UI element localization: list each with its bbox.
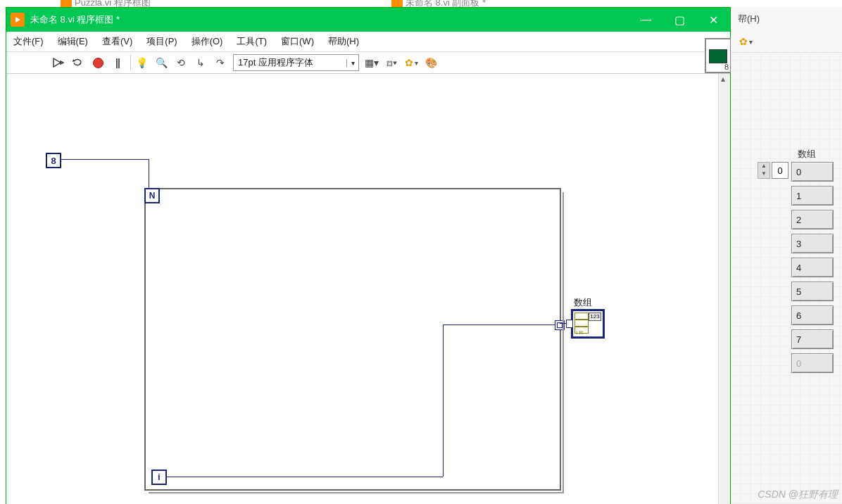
highlight-execution-button[interactable]: 💡 <box>130 54 150 71</box>
array-cell-empty[interactable]: 0 <box>791 353 834 373</box>
array-cell[interactable]: 3 <box>791 234 834 253</box>
front-panel-canvas[interactable]: 数组 ▲▼ 0 0 1 2 3 4 5 6 7 0 <box>731 52 842 504</box>
array-indicator-terminal[interactable]: 123 I R <box>571 309 605 339</box>
menu-edit[interactable]: 编辑(E) <box>51 32 95 51</box>
array-indicator-label: 数组 <box>574 296 592 309</box>
close-button[interactable]: ✕ <box>696 8 730 32</box>
array-cell[interactable]: 2 <box>791 210 834 229</box>
block-diagram-canvas[interactable]: 8 N i 数组 <box>6 74 719 504</box>
index-spinner[interactable]: ▲▼ <box>758 162 770 179</box>
vi-icon-connector[interactable]: 8 <box>705 38 731 73</box>
array-row-icon <box>574 313 589 320</box>
loop-iteration-terminal[interactable]: i <box>151 470 167 485</box>
chevron-down-icon: ▾ <box>346 59 358 67</box>
font-selector-label: 17pt 应用程序字体 <box>234 56 346 69</box>
reorder-button[interactable]: ✿▾ <box>739 36 753 47</box>
menu-project[interactable]: 项目(P) <box>139 32 184 51</box>
menu-tools[interactable]: 工具(T) <box>230 32 274 51</box>
array-element-preview: 123 <box>589 313 601 321</box>
loop-count-terminal[interactable]: N <box>144 188 160 203</box>
wire <box>443 325 444 477</box>
watermark: CSDN @狂野有理 <box>758 489 838 501</box>
step-out-button[interactable]: ↷ <box>212 54 229 71</box>
vi-slot-number: 8 <box>724 63 729 71</box>
minimize-button[interactable]: — <box>629 8 662 32</box>
front-panel-window: 帮(H) ✿▾ 数组 ▲▼ 0 0 1 2 3 4 5 6 7 0 <box>731 7 842 504</box>
wire <box>165 477 443 477</box>
array-cell[interactable]: 0 <box>791 162 834 182</box>
font-selector[interactable]: 17pt 应用程序字体 ▾ <box>233 54 359 71</box>
array-cell[interactable]: 7 <box>791 329 834 349</box>
indicator-input-terminal[interactable] <box>566 320 573 328</box>
maximize-button[interactable]: ▢ <box>662 8 696 32</box>
block-diagram-window: 未命名 8.vi 程序框图 * — ▢ ✕ 文件(F) 编辑(E) 查看(V) … <box>6 7 731 504</box>
array-row-icon <box>574 320 589 327</box>
gear-icon: ✿ <box>739 36 748 47</box>
numeric-constant[interactable]: 8 <box>46 153 61 168</box>
auto-index-tunnel[interactable] <box>555 320 565 330</box>
step-over-button[interactable]: ↳ <box>192 54 209 71</box>
spin-down-icon: ▼ <box>758 170 769 178</box>
menu-view[interactable]: 查看(V) <box>95 32 139 51</box>
titlebar[interactable]: 未命名 8.vi 程序框图 * — ▢ ✕ <box>6 8 730 32</box>
vertical-scrollbar[interactable] <box>718 74 730 504</box>
app-icon <box>11 13 25 27</box>
step-into-button[interactable]: ⟲ <box>172 54 189 71</box>
array-ir-label: I R <box>576 329 583 336</box>
menu-help[interactable]: 帮助(H) <box>321 32 366 51</box>
align-objects-button[interactable]: ▦▾ <box>363 54 380 71</box>
abort-icon <box>93 58 103 68</box>
array-control-label: 数组 <box>798 148 816 160</box>
chevron-down-icon: ▾ <box>749 38 753 46</box>
menubar: 文件(F) 编辑(E) 查看(V) 项目(P) 操作(O) 工具(T) 窗口(W… <box>6 32 730 52</box>
run-button[interactable] <box>50 54 67 71</box>
background-tabs: Puzzla.vi 程序框图 未命名 8.vi 副面板 * <box>0 0 842 7</box>
array-cell[interactable]: 1 <box>791 186 834 206</box>
array-cell[interactable]: 4 <box>791 258 834 277</box>
cleanup-diagram-button[interactable]: 🎨 <box>422 54 439 71</box>
spin-up-icon: ▲ <box>758 163 769 170</box>
gear-icon: ✿ <box>405 57 413 68</box>
window-title: 未命名 8.vi 程序框图 * <box>30 13 120 26</box>
front-panel-menu: 帮(H) <box>731 7 842 31</box>
distribute-objects-button[interactable]: ⧈▾ <box>383 54 400 71</box>
retain-wire-values-button[interactable]: 🔍 <box>153 54 170 71</box>
array-cell[interactable]: 5 <box>791 282 834 301</box>
reorder-button[interactable]: ✿▾ <box>403 54 420 71</box>
front-panel-toolbar: ✿▾ <box>731 31 842 53</box>
run-continuous-button[interactable] <box>70 54 87 71</box>
array-index-value[interactable]: 0 <box>772 162 788 179</box>
wire <box>60 159 149 160</box>
menu-help-truncated[interactable]: 帮(H) <box>738 13 760 25</box>
chevron-down-icon: ▾ <box>415 59 418 67</box>
array-cell[interactable]: 6 <box>791 305 834 325</box>
for-loop[interactable]: N i <box>144 188 561 491</box>
toolbar: || 💡 🔍 ⟲ ↳ ↷ 17pt 应用程序字体 ▾ ▦▾ ⧈▾ ✿▾ 🎨 ? <box>6 52 730 74</box>
vi-icon <box>709 49 727 63</box>
wire <box>443 325 558 325</box>
pause-button[interactable]: || <box>109 54 126 71</box>
array-index-control[interactable]: ▲▼ 0 <box>758 162 788 179</box>
menu-operate[interactable]: 操作(O) <box>184 32 230 51</box>
array-values-column: 0 1 2 3 4 5 6 7 0 <box>791 162 834 377</box>
abort-button[interactable] <box>89 54 106 71</box>
menu-file[interactable]: 文件(F) <box>6 32 51 51</box>
menu-window[interactable]: 窗口(W) <box>274 32 321 51</box>
